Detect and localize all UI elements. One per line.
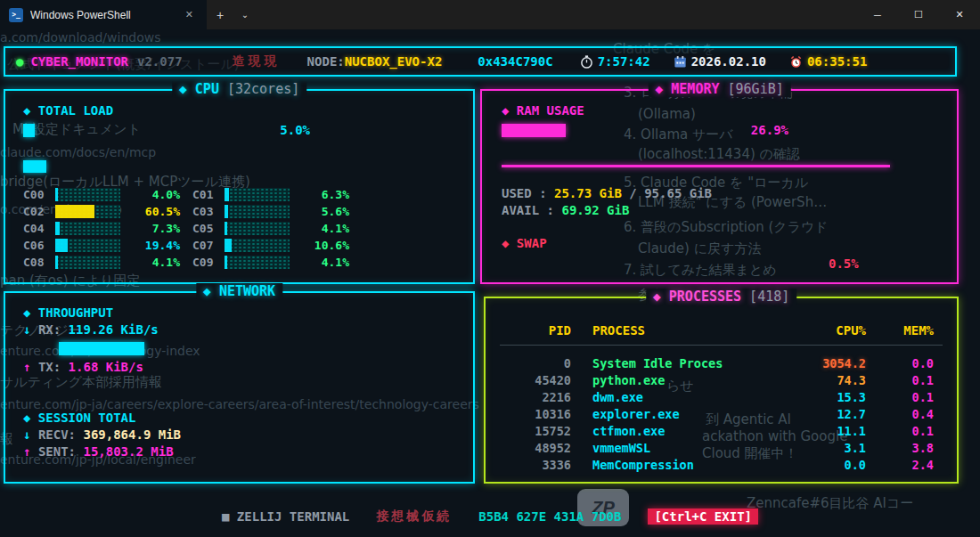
sent-line: ↑ SENT: 15,803.2 MiB bbox=[23, 444, 455, 461]
download-arrow-icon: ↓ bbox=[23, 427, 30, 442]
core-pct: 4.1% bbox=[127, 256, 180, 269]
alarm-clock-icon bbox=[789, 55, 803, 69]
process-row[interactable]: 48952vmmemWSL3.13.8 bbox=[500, 441, 943, 458]
new-tab-button[interactable]: + bbox=[207, 0, 233, 29]
throughput-label: ◆ THROUGHPUT bbox=[23, 305, 455, 320]
maximize-button[interactable]: ☐ bbox=[898, 0, 939, 29]
core-id: C08 bbox=[23, 256, 55, 269]
process-row[interactable]: 15752ctfmon.exe11.10.1 bbox=[500, 424, 943, 441]
core-pct: 4.1% bbox=[297, 256, 349, 269]
network-panel: ◆ NETWORK ◆ THROUGHPUT ↓ RX: 119.26 KiB/… bbox=[4, 291, 475, 484]
process-pid: 3336 bbox=[500, 458, 571, 475]
core-id: C02 bbox=[23, 205, 55, 218]
core-fill bbox=[55, 205, 94, 218]
tab-windows-powershell[interactable]: >_ Windows PowerShell ✕ bbox=[0, 0, 207, 29]
sent-label: SENT: bbox=[38, 444, 76, 459]
core-histogram bbox=[55, 256, 120, 269]
core-id: C07 bbox=[192, 239, 225, 252]
swap-pct: 0.5% bbox=[829, 256, 859, 271]
core-histogram bbox=[55, 222, 120, 235]
process-cpu: 0.0 bbox=[795, 458, 866, 475]
node-value: NUCBOX_EVO-X2 bbox=[345, 54, 443, 69]
uptime-value: 7:57:42 bbox=[598, 54, 650, 69]
processes-panel: ◆ PROCESSES [418] PID PROCESS CPU% MEM% … bbox=[484, 297, 959, 484]
process-name: dwm.exe bbox=[571, 390, 795, 407]
process-mem: 0.0 bbox=[866, 356, 943, 373]
memory-capacity: [96GiB] bbox=[728, 81, 784, 97]
core-fill bbox=[225, 188, 229, 201]
processes-panel-title: ◆ PROCESSES [418] bbox=[646, 289, 797, 305]
process-name: MemCompression bbox=[571, 458, 795, 475]
session-total-label: ◆ SESSION TOTAL bbox=[23, 411, 455, 425]
used-label: USED : bbox=[502, 186, 547, 200]
core-id: C00 bbox=[23, 188, 55, 201]
tx-label: TX: bbox=[38, 360, 61, 374]
ram-progress-line bbox=[502, 165, 890, 167]
process-name: vmmemWSL bbox=[571, 441, 795, 458]
core-id: C04 bbox=[23, 222, 55, 235]
core-pct: 60.5% bbox=[127, 205, 180, 218]
processes-title-text: ◆ PROCESSES bbox=[653, 289, 741, 305]
total-load-pct: 5.0% bbox=[280, 123, 310, 137]
process-row[interactable]: 10316explorer.exe12.70.4 bbox=[500, 407, 943, 424]
recv-value: 369,864.9 MiB bbox=[83, 427, 181, 442]
exit-hint-badge: [Ctrl+C EXIT] bbox=[648, 509, 758, 525]
rx-bar-fill bbox=[59, 342, 144, 355]
stopwatch-icon bbox=[580, 55, 593, 69]
process-mem: 0.4 bbox=[866, 407, 943, 424]
core-row: C0260.5% bbox=[23, 203, 180, 220]
powershell-icon: >_ bbox=[9, 8, 23, 22]
tab-close-icon[interactable]: ✕ bbox=[181, 7, 198, 22]
rx-line: ↓ RX: 119.26 KiB/s bbox=[23, 322, 455, 339]
app-name: CYBER_MONITOR bbox=[30, 54, 128, 69]
core-row: C0619.4% bbox=[23, 237, 180, 254]
core-row: C004.0% bbox=[23, 186, 180, 203]
ghost-text: a.com/download/windows bbox=[0, 30, 160, 45]
core-row: C035.6% bbox=[192, 203, 349, 220]
process-mem: 2.4 bbox=[866, 458, 943, 475]
col-pid: PID bbox=[500, 323, 571, 338]
process-pid: 0 bbox=[500, 356, 571, 373]
process-row[interactable]: 45420python.exe74.30.1 bbox=[500, 373, 943, 390]
footer-status-line: ■ ZELLIJ TERMINAL 接想械仮続 B5B4 627E 431A 7… bbox=[0, 509, 980, 525]
process-row[interactable]: 2216dwm.exe15.30.1 bbox=[500, 390, 943, 407]
process-cpu: 3054.2 bbox=[795, 356, 866, 373]
calendar-icon bbox=[674, 55, 687, 69]
core-fill bbox=[225, 205, 228, 218]
core-pct: 6.3% bbox=[297, 188, 349, 201]
core-id: C03 bbox=[192, 205, 225, 218]
core-histogram bbox=[55, 205, 120, 218]
minimize-button[interactable]: ─ bbox=[857, 0, 898, 29]
ram-usage-pct: 26.9% bbox=[751, 123, 788, 137]
total-load-label: ◆ TOTAL LOAD bbox=[23, 103, 455, 118]
col-mem: MEM% bbox=[866, 323, 943, 338]
process-row[interactable]: 0System Idle Proces3054.20.0 bbox=[500, 356, 943, 373]
core-fill bbox=[225, 239, 232, 252]
footer-hex-id: B5B4 627E 431A 7D0B bbox=[478, 509, 621, 524]
core-row: C0710.6% bbox=[192, 237, 349, 254]
process-cpu: 15.3 bbox=[795, 390, 866, 407]
core-histogram bbox=[225, 222, 290, 235]
recv-line: ↓ RECV: 369,864.9 MiB bbox=[23, 427, 455, 444]
date-value: 2026.02.10 bbox=[691, 54, 766, 69]
cpu-title-text: ◆ CPU bbox=[179, 81, 219, 97]
ram-usage-bar: 26.9% bbox=[502, 123, 788, 137]
avail-label: AVAIL : bbox=[502, 203, 554, 217]
core-fill bbox=[55, 188, 58, 201]
process-name: python.exe bbox=[571, 373, 795, 390]
core-fill bbox=[55, 256, 58, 269]
status-dot-icon: ● bbox=[16, 54, 23, 69]
total-load-bar: 5.0% bbox=[23, 123, 310, 137]
date-readout: 2026.02.10 bbox=[674, 54, 766, 69]
close-button[interactable]: ✕ bbox=[939, 0, 980, 29]
tab-dropdown-icon[interactable]: ⌄ bbox=[233, 0, 257, 29]
memory-panel-title: ◆ MEMORY [96GiB] bbox=[648, 81, 791, 97]
process-row[interactable]: 3336MemCompression0.02.4 bbox=[500, 458, 943, 475]
cpu-panel-title: ◆ CPU [32cores] bbox=[172, 81, 306, 97]
core-fill bbox=[55, 239, 68, 252]
terminal-screen[interactable]: a.com/download/windows 公式ドキュメント(概要/インストー… bbox=[0, 29, 980, 537]
core-id: C06 bbox=[23, 239, 55, 252]
core-id: C09 bbox=[192, 256, 225, 269]
core-pct: 7.3% bbox=[127, 222, 180, 235]
download-arrow-icon: ↓ bbox=[23, 322, 30, 337]
